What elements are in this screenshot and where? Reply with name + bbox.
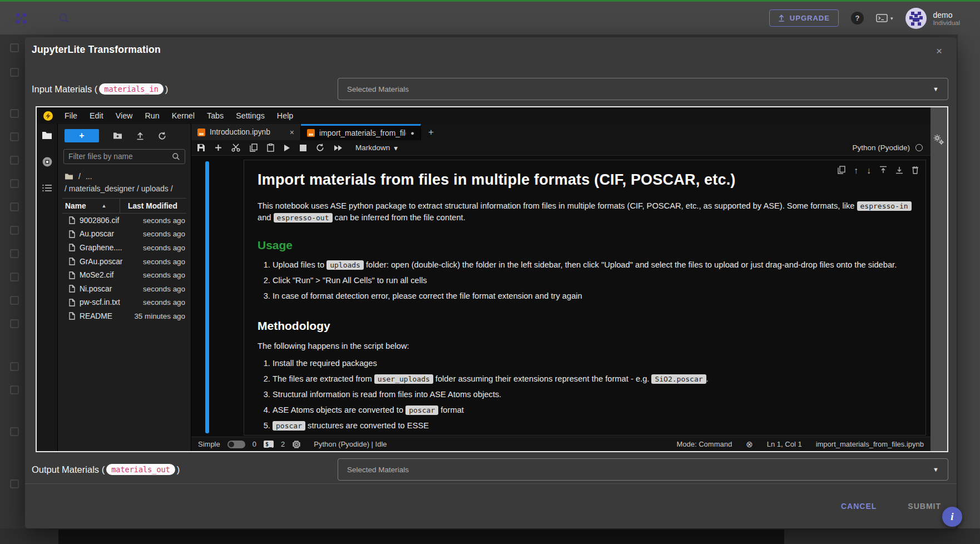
add-cell-icon[interactable] (215, 144, 222, 151)
delete-cell-icon[interactable] (912, 166, 919, 176)
notebook-icon (197, 128, 205, 136)
notebook-icon (307, 129, 315, 137)
user-menu[interactable]: demo Individual (905, 7, 960, 29)
methodology-item: poscar structures are converted to ESSE (273, 420, 912, 432)
file-row[interactable]: 9002806.cifseconds ago (62, 214, 186, 228)
file-filter-field (63, 149, 185, 164)
duplicate-cell-icon[interactable] (838, 166, 845, 176)
cancel-button[interactable]: CANCEL (841, 502, 877, 511)
move-cell-up-icon[interactable]: ↑ (854, 166, 858, 176)
menu-file[interactable]: File (58, 111, 83, 120)
refresh-icon[interactable] (158, 132, 166, 140)
home-folder-icon[interactable] (65, 173, 73, 180)
sort-by-modified-header[interactable]: Last Modified (120, 199, 186, 213)
breadcrumb-ellipsis[interactable]: ... (86, 172, 92, 181)
insert-cell-below-icon[interactable] (895, 166, 903, 176)
menu-edit[interactable]: Edit (83, 111, 110, 120)
cell-type-dropdown[interactable]: Markdown ▾ (355, 144, 398, 152)
sort-by-name-header[interactable]: Name ▲ (62, 202, 107, 210)
console-menu-button[interactable]: ▾ (876, 14, 893, 22)
save-icon[interactable] (197, 144, 205, 152)
file-row[interactable]: Ni.poscarseconds ago (62, 282, 186, 296)
file-browser-panel: + (58, 124, 191, 451)
current-file-name: import_materials_from_files.ipynb (816, 440, 924, 448)
cell-toolbar: ↑ ↓ (838, 166, 919, 176)
methodology-heading: Methodology (258, 319, 912, 333)
submit-button[interactable]: SUBMIT (908, 502, 941, 511)
active-cell-indicator (205, 161, 209, 433)
file-row[interactable]: README35 minutes ago (62, 309, 186, 323)
file-row[interactable]: pw-scf.in.txtseconds ago (62, 296, 186, 310)
cursor-position[interactable]: Ln 1, Col 1 (767, 440, 802, 448)
notebook-content: ↑ ↓ Import materials from files in multi… (191, 156, 930, 437)
menu-view[interactable]: View (110, 111, 139, 120)
background-sidebar-icon (10, 43, 19, 52)
file-icon (69, 285, 75, 293)
mode-indicator[interactable]: Mode: Command (676, 440, 732, 448)
file-icon (69, 312, 75, 320)
settings-gears-icon[interactable] (933, 134, 944, 451)
output-materials-select[interactable]: Selected Materials ▼ (338, 458, 948, 481)
notebook-title: Import materials from files in multiple … (258, 171, 912, 189)
trust-indicator-icon: ⊗ (746, 439, 753, 449)
brand-logo-icon[interactable] (13, 11, 29, 26)
methodology-intro: The following happens in the script belo… (258, 340, 912, 352)
table-of-contents-tab-icon[interactable] (42, 184, 52, 192)
cut-icon[interactable] (231, 144, 240, 152)
dialog-title: JupyterLite Transformation (32, 44, 161, 56)
background-right-panel-edge (958, 34, 980, 544)
file-browser-tab-icon[interactable] (42, 131, 52, 140)
breadcrumb-path[interactable]: / materials_designer / uploads / (65, 184, 184, 193)
input-materials-select[interactable]: Selected Materials ▼ (338, 78, 948, 100)
stop-icon[interactable] (300, 145, 306, 151)
file-row[interactable]: Graphene....seconds ago (62, 241, 186, 255)
breadcrumb-root[interactable]: / (78, 172, 81, 181)
run-icon[interactable] (284, 144, 290, 152)
kernel-status-text[interactable]: Python (Pyodide) | Idle (314, 440, 387, 448)
new-tab-button[interactable]: + (421, 124, 441, 140)
background-sidebar-icon (10, 319, 19, 328)
breadcrumb: / ... (65, 172, 184, 181)
menu-settings[interactable]: Settings (230, 111, 271, 120)
file-row[interactable]: GrAu.poscarseconds ago (62, 255, 186, 269)
tab-import-materials-from-file[interactable]: import_materials_from_file ● (301, 124, 421, 140)
file-icon (69, 216, 75, 224)
close-icon[interactable]: × (290, 128, 294, 137)
copy-icon[interactable] (250, 144, 258, 152)
search-icon[interactable] (58, 12, 70, 24)
menu-help[interactable]: Help (271, 111, 299, 120)
running-sessions-tab-icon[interactable] (42, 156, 53, 167)
file-row[interactable]: MoSe2.cifseconds ago (62, 268, 186, 282)
menu-run[interactable]: Run (138, 111, 165, 120)
info-floating-button[interactable]: i (942, 507, 962, 527)
upload-icon[interactable] (136, 132, 144, 140)
app-top-bar: UPGRADE ? ▾ demo Individual (0, 2, 980, 34)
close-icon[interactable]: × (936, 45, 942, 57)
simple-mode-toggle[interactable] (227, 441, 245, 448)
file-filter-input[interactable] (68, 152, 172, 161)
markdown-cell[interactable]: ↑ ↓ Import materials from files in multi… (244, 160, 926, 436)
terminal-count: 0 (253, 440, 256, 448)
move-cell-down-icon[interactable]: ↓ (867, 166, 871, 176)
kernel-switcher[interactable]: Python (Pyodide) (852, 144, 925, 152)
menu-kernel[interactable]: Kernel (166, 111, 201, 120)
paste-icon[interactable] (267, 144, 274, 152)
new-folder-icon[interactable] (113, 132, 122, 140)
upgrade-button[interactable]: UPGRADE (769, 9, 839, 27)
file-row[interactable]: Au.poscarseconds ago (62, 228, 186, 241)
menu-tabs[interactable]: Tabs (201, 111, 230, 120)
help-icon[interactable]: ? (851, 12, 864, 24)
new-launcher-button[interactable]: + (65, 129, 99, 142)
jupyterlite-transformation-dialog: JupyterLite Transformation × Input Mater… (25, 37, 957, 528)
restart-run-all-icon[interactable] (334, 145, 343, 151)
restart-kernel-icon[interactable] (316, 144, 324, 152)
background-sidebar-icon (10, 226, 19, 235)
terminal-icon[interactable]: $_ (264, 441, 274, 448)
background-sidebar-icon (10, 427, 19, 436)
background-content-edge (58, 530, 784, 544)
insert-cell-above-icon[interactable] (879, 166, 887, 176)
kernel-chip-icon[interactable] (292, 440, 301, 449)
chevron-down-icon: ▾ (394, 144, 398, 152)
background-sidebar-icon (10, 385, 19, 394)
tab-introduction-ipynb[interactable]: Introduction.ipynb × (191, 124, 301, 140)
